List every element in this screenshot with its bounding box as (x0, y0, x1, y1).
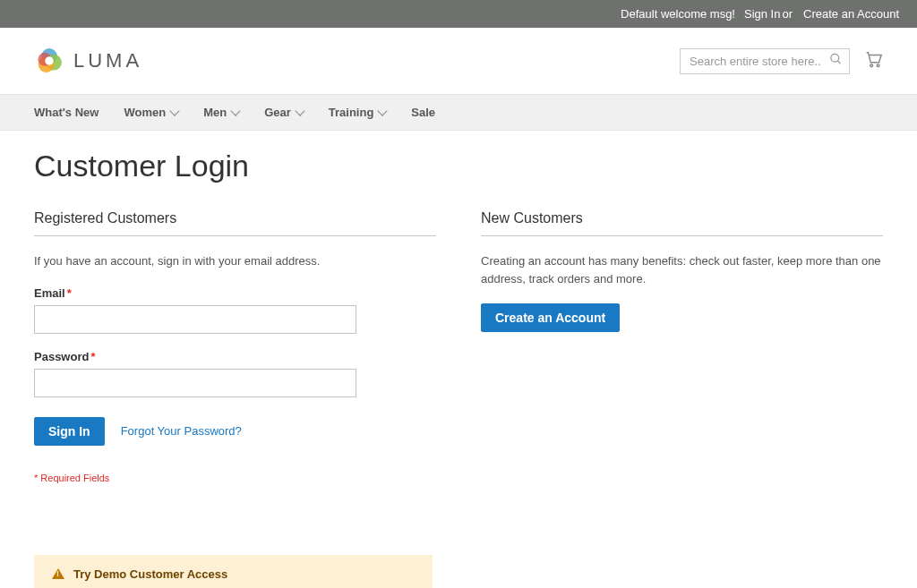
chevron-down-icon (378, 106, 388, 115)
login-note: If you have an account, sign in with you… (34, 252, 436, 270)
search-icon[interactable] (829, 53, 843, 70)
page-title: Customer Login (34, 149, 883, 183)
nav-women[interactable]: Women (124, 95, 191, 130)
or-separator: or (782, 7, 793, 21)
required-star: * (67, 286, 72, 300)
password-field[interactable] (34, 369, 356, 397)
svg-point-4 (45, 56, 54, 65)
svg-line-6 (837, 61, 840, 64)
create-account-button[interactable]: Create an Account (481, 303, 620, 332)
login-block-title: Registered Customers (34, 210, 436, 236)
create-account-link-top[interactable]: Create an Account (803, 7, 899, 21)
svg-point-8 (877, 64, 879, 67)
logo-text: LUMA (73, 49, 142, 72)
svg-point-7 (870, 64, 873, 67)
search-box (680, 48, 850, 74)
warning-icon (52, 568, 64, 579)
login-form: Email* Password* Sign In Forgot Your Pas… (34, 286, 436, 483)
nav-men[interactable]: Men (203, 95, 252, 130)
main-header: LUMA (0, 28, 917, 94)
nav-whats-new[interactable]: What's New (34, 95, 111, 130)
sign-in-button[interactable]: Sign In (34, 417, 105, 446)
demo-access-box: Try Demo Customer Access Email: roni_cos… (34, 555, 433, 589)
required-fields-note: * Required Fields (34, 473, 436, 483)
logo[interactable]: LUMA (34, 46, 142, 76)
nav-gear[interactable]: Gear (264, 95, 316, 130)
email-label: Email* (34, 286, 436, 300)
page-title-wrapper: Customer Login (0, 131, 917, 192)
new-customers-note: Creating an account has many benefits: c… (481, 252, 883, 287)
panel-header: Default welcome msg! Sign In or Create a… (0, 0, 917, 28)
required-star: * (90, 350, 95, 363)
login-block: Registered Customers If you have an acco… (34, 210, 436, 483)
password-label: Password* (34, 350, 436, 363)
luma-logo-icon (34, 46, 64, 76)
svg-point-5 (831, 54, 839, 62)
chevron-down-icon (230, 106, 240, 115)
search-input[interactable] (680, 48, 850, 74)
main-content: Registered Customers If you have an acco… (0, 192, 917, 519)
chevron-down-icon (295, 106, 304, 115)
chevron-down-icon (169, 106, 179, 115)
email-field[interactable] (34, 305, 356, 334)
nav-training[interactable]: Training (329, 95, 399, 130)
forgot-password-link[interactable]: Forgot Your Password? (121, 424, 242, 438)
new-customers-title: New Customers (481, 210, 883, 236)
cart-icon[interactable] (863, 49, 883, 72)
nav-sale[interactable]: Sale (411, 95, 448, 130)
demo-title-text: Try Demo Customer Access (73, 567, 227, 581)
welcome-message: Default welcome msg! (621, 7, 735, 21)
new-customers-block: New Customers Creating an account has ma… (481, 210, 883, 483)
nav-bar: What's New Women Men Gear Training Sale (0, 94, 917, 131)
sign-in-link[interactable]: Sign In (744, 7, 780, 21)
